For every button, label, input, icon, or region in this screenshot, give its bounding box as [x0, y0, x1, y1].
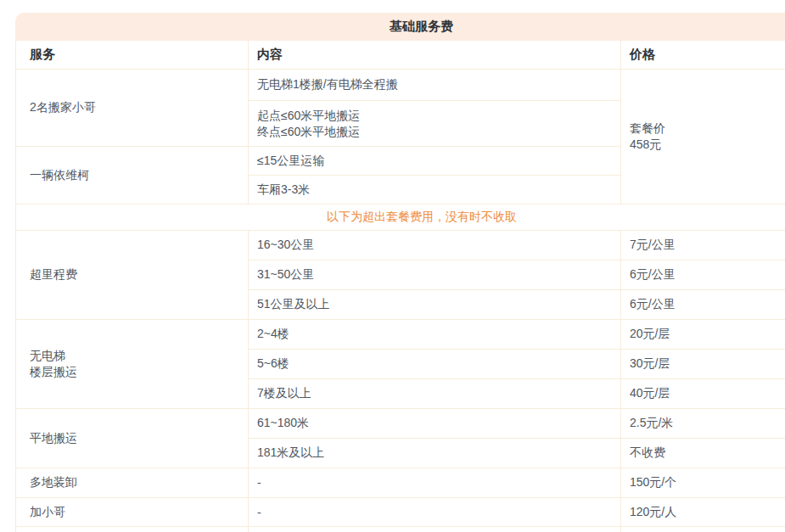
- table-title-bar: 基础服务费: [15, 13, 785, 41]
- cell-service-multi-stop: 多地装卸: [16, 468, 249, 498]
- cell-service-movers: 2名搬家小哥: [16, 70, 249, 147]
- table-row: 加小哥 - 120元/人: [16, 498, 785, 527]
- cell-content-flat-1: 61~180米: [249, 409, 621, 439]
- table-row: 多地装卸 - 150元/个: [16, 468, 785, 498]
- cell-price-mileage-3: 6元/公里: [621, 290, 785, 320]
- page: 基础服务费 服务 内容 价格 2名搬家小哥 无电梯1楼搬/有电梯全程搬 套餐价 …: [0, 0, 785, 532]
- cell-content-extra-worker: -: [249, 498, 621, 527]
- cell-price-stairs-2: 30元/层: [621, 350, 785, 379]
- cell-service-mileage: 超里程费: [16, 231, 249, 320]
- cell-content-transport-distance: ≤15公里运输: [249, 147, 621, 176]
- cell-price-mileage-2: 6元/公里: [621, 260, 785, 290]
- package-price-value: 458元: [630, 137, 785, 153]
- stairs-service-line1: 无电梯: [30, 348, 239, 364]
- cell-content-stairs-3: 7楼及以上: [249, 379, 621, 409]
- cell-content-multi-stop: -: [249, 468, 621, 498]
- cell-clipped-content: [249, 527, 621, 532]
- cell-price-multi-stop: 150元/个: [621, 468, 785, 498]
- table-row: 平地搬运 61~180米 2.5元/米: [16, 409, 785, 439]
- ground-carry-end: 终点≤60米平地搬运: [257, 124, 612, 140]
- cell-service-van: 一辆依维柯: [16, 147, 249, 204]
- table-row-clipped: [16, 527, 785, 532]
- cell-service-flat: 平地搬运: [16, 409, 249, 468]
- notice-text: 以下为超出套餐费用，没有时不收取: [16, 204, 785, 231]
- cell-clipped-service: [16, 527, 249, 532]
- cell-price-mileage-1: 7元/公里: [621, 231, 785, 260]
- ground-carry-start: 起点≤60米平地搬运: [257, 108, 612, 124]
- cell-content-mileage-1: 16~30公里: [249, 231, 621, 260]
- cell-content-ground-carry: 起点≤60米平地搬运 终点≤60米平地搬运: [249, 101, 621, 147]
- cell-content-mileage-3: 51公里及以上: [249, 290, 621, 320]
- cell-clipped-price: [621, 527, 785, 532]
- cell-price-stairs-1: 20元/层: [621, 320, 785, 350]
- cell-price-flat-1: 2.5元/米: [621, 409, 785, 439]
- cell-package-price: 套餐价 458元: [621, 70, 785, 204]
- col-header-service: 服务: [16, 41, 249, 70]
- cell-content-mileage-2: 31~50公里: [249, 260, 621, 290]
- table-row: 超里程费 16~30公里 7元/公里: [16, 231, 785, 260]
- cell-content-elevator-move: 无电梯1楼搬/有电梯全程搬: [249, 70, 621, 101]
- col-header-price: 价格: [621, 41, 785, 70]
- column-header-row: 服务 内容 价格: [16, 41, 785, 70]
- cell-content-flat-2: 181米及以上: [249, 439, 621, 468]
- cell-service-stairs: 无电梯 楼层搬运: [16, 320, 249, 409]
- cell-price-stairs-3: 40元/层: [621, 379, 785, 409]
- package-price-label: 套餐价: [630, 120, 785, 137]
- cell-content-stairs-1: 2~4楼: [249, 320, 621, 350]
- cell-price-flat-2: 不收费: [621, 439, 785, 468]
- stairs-service-line2: 楼层搬运: [30, 364, 239, 380]
- cell-content-van-size: 车厢3-3米: [249, 176, 621, 204]
- notice-row: 以下为超出套餐费用，没有时不收取: [16, 204, 785, 231]
- cell-service-extra-worker: 加小哥: [16, 498, 249, 527]
- cell-content-stairs-2: 5~6楼: [249, 350, 621, 379]
- col-header-content: 内容: [249, 41, 621, 70]
- table-row: 2名搬家小哥 无电梯1楼搬/有电梯全程搬 套餐价 458元: [16, 70, 785, 101]
- table-title: 基础服务费: [390, 19, 453, 35]
- cell-price-extra-worker: 120元/人: [621, 498, 785, 527]
- pricing-table: 服务 内容 价格 2名搬家小哥 无电梯1楼搬/有电梯全程搬 套餐价 458元 起…: [15, 41, 785, 532]
- pricing-table-card: 基础服务费 服务 内容 价格 2名搬家小哥 无电梯1楼搬/有电梯全程搬 套餐价 …: [15, 13, 785, 532]
- table-row: 无电梯 楼层搬运 2~4楼 20元/层: [16, 320, 785, 350]
